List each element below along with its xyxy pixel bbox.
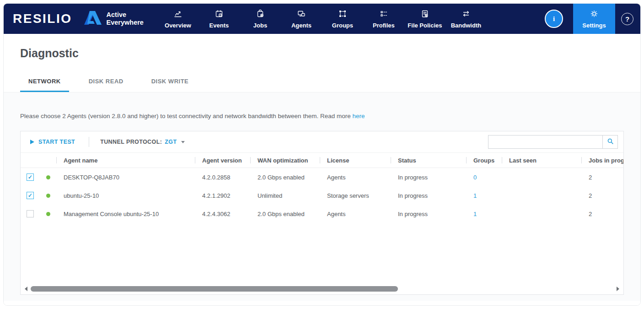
- calendar-clock-icon: [215, 9, 224, 20]
- play-icon: [30, 140, 34, 144]
- column-header-last-seen: Last seen: [502, 157, 581, 164]
- table-row[interactable]: Management Console ubuntu-25-10 4.2.4.30…: [21, 205, 623, 223]
- agents-panel: START TEST TUNNEL PROTOCOL: ZGT: [20, 131, 624, 295]
- groups-count-link[interactable]: 1: [473, 192, 477, 199]
- line-chart-icon: [173, 9, 182, 20]
- active-everywhere-mark-icon: [83, 10, 102, 27]
- nav-item-events[interactable]: Events: [199, 4, 240, 34]
- agent-name-cell: DESKTOP-Q8JAB70: [56, 174, 195, 181]
- document-gear-icon: [420, 9, 429, 20]
- info-button[interactable]: i: [545, 10, 563, 28]
- clipboard-gear-icon: [256, 9, 265, 20]
- search-input[interactable]: [488, 135, 602, 149]
- read-more-link[interactable]: here: [352, 113, 365, 119]
- nav-item-bandwidth[interactable]: Bandwidth: [445, 4, 487, 34]
- nav-label: Profiles: [373, 22, 395, 29]
- license-cell: Storage servers: [320, 192, 391, 199]
- toolbar-divider: [89, 137, 89, 147]
- column-header-wan-optimization: WAN optimization: [250, 157, 320, 164]
- wan-optimization-cell: 2.0 Gbps enabled: [250, 174, 320, 181]
- resilio-logo: RESILIO: [13, 11, 72, 26]
- start-test-button[interactable]: START TEST: [30, 139, 75, 145]
- wan-optimization-cell: Unlimited: [250, 192, 320, 199]
- chevron-down-icon: [181, 141, 185, 143]
- start-test-label: START TEST: [38, 139, 75, 145]
- horizontal-scrollbar: [21, 283, 623, 294]
- column-header-groups: Groups: [466, 157, 502, 164]
- tab-content: Please choose 2 Agents (version 2.8.0 an…: [4, 92, 640, 301]
- tunnel-protocol-dropdown[interactable]: TUNNEL PROTOCOL: ZGT: [100, 139, 185, 145]
- nav-item-groups[interactable]: Groups: [322, 4, 363, 34]
- active-everywhere-logo: Active Everywhere: [83, 10, 144, 27]
- table-empty-space: [21, 223, 623, 283]
- status-cell: In progress: [391, 211, 466, 217]
- search-icon: [606, 137, 614, 146]
- wan-optimization-cell: 2.0 Gbps enabled: [250, 211, 320, 217]
- scrollbar-track[interactable]: [31, 286, 613, 292]
- nav-item-jobs[interactable]: Jobs: [240, 4, 281, 34]
- column-header-status: Status: [391, 157, 466, 164]
- arrows-swap-icon: [462, 9, 471, 20]
- table-row[interactable]: ✓ DESKTOP-Q8JAB70 4.2.0.2858 2.0 Gbps en…: [21, 168, 623, 186]
- row-checkbox[interactable]: ✓: [27, 192, 34, 199]
- table-row[interactable]: ✓ ubuntu-25-10 4.2.1.2902 Unlimited Stor…: [21, 186, 623, 205]
- page-footer: [4, 301, 640, 305]
- groups-count-link[interactable]: 0: [473, 174, 477, 181]
- nav-label: Groups: [332, 22, 353, 29]
- scroll-left-arrow[interactable]: [23, 286, 29, 292]
- gear-icon: [590, 9, 599, 20]
- jobs-in-progress-cell: 2: [581, 174, 623, 181]
- online-status-dot: [46, 175, 50, 179]
- nav-label: Agents: [291, 22, 311, 29]
- agent-version-cell: 4.2.1.2902: [195, 192, 250, 199]
- tab-network[interactable]: NETWORK: [20, 78, 69, 92]
- question-mark-icon: ?: [625, 15, 629, 23]
- tunnel-protocol-value: ZGT: [165, 139, 177, 145]
- tab-disk-write[interactable]: DISK WRITE: [143, 78, 197, 92]
- search-button[interactable]: [602, 135, 618, 149]
- column-header-agent-version: Agent version: [195, 157, 250, 164]
- license-cell: Agents: [320, 211, 391, 217]
- nav-item-overview[interactable]: Overview: [157, 4, 199, 34]
- nav-item-agents[interactable]: Agents: [281, 4, 322, 34]
- help-button[interactable]: ?: [621, 13, 633, 25]
- status-cell: In progress: [391, 174, 466, 181]
- nav-label: Events: [209, 22, 229, 29]
- nav-label: Settings: [582, 22, 606, 29]
- jobs-in-progress-cell: 2: [581, 192, 623, 199]
- search-box: [488, 135, 618, 149]
- product-name: Active Everywhere: [107, 11, 144, 26]
- tunnel-protocol-label: TUNNEL PROTOCOL:: [100, 139, 162, 145]
- agent-version-cell: 4.2.4.3062: [195, 211, 250, 217]
- info-icon: i: [553, 15, 555, 23]
- groups-count-link[interactable]: 1: [473, 211, 477, 217]
- tab-bar: NETWORK DISK READ DISK WRITE: [20, 78, 208, 92]
- agent-version-cell: 4.2.0.2858: [195, 174, 250, 181]
- panel-toolbar: START TEST TUNNEL PROTOCOL: ZGT: [21, 131, 623, 153]
- page-header: Diagnostic NETWORK DISK READ DISK WRITE: [4, 34, 640, 92]
- instructions-body: Please choose 2 Agents (version 2.8.0 an…: [20, 113, 351, 119]
- tab-disk-read[interactable]: DISK READ: [80, 78, 132, 92]
- nav-item-settings[interactable]: Settings: [573, 4, 615, 34]
- column-header-agent-name: Agent name: [56, 157, 195, 164]
- online-status-dot: [46, 194, 50, 198]
- nav-label: Jobs: [253, 22, 267, 29]
- status-cell: In progress: [391, 192, 466, 199]
- list-icon: [379, 9, 388, 20]
- scroll-right-arrow[interactable]: [615, 286, 621, 292]
- page-title: Diagnostic: [20, 47, 640, 60]
- nav-item-file-policies[interactable]: File Policies: [404, 4, 445, 34]
- nav-label: Bandwidth: [451, 22, 481, 29]
- agent-name-cell: Management Console ubuntu-25-10: [56, 211, 195, 217]
- agent-name-cell: ubuntu-25-10: [56, 192, 195, 199]
- nav-item-profiles[interactable]: Profiles: [363, 4, 404, 34]
- monitors-icon: [297, 9, 306, 20]
- row-checkbox[interactable]: [27, 210, 34, 217]
- scrollbar-thumb[interactable]: [31, 286, 398, 292]
- main-nav: Overview Events Jobs Agents: [157, 4, 487, 34]
- row-checkbox[interactable]: ✓: [27, 173, 34, 181]
- table-header-row: Agent name Agent version WAN optimizatio…: [21, 153, 623, 168]
- nav-label: File Policies: [408, 22, 442, 29]
- selection-icon: [338, 9, 347, 20]
- top-navbar: RESILIO Active Everywhere Overview: [4, 4, 640, 34]
